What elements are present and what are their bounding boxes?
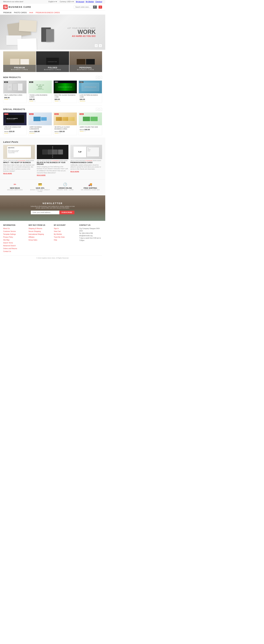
footer-link-advanced-search[interactable]: Advanced Search bbox=[3, 245, 16, 246]
my-account-link[interactable]: My Account bbox=[76, 1, 84, 2]
post-impact-excerpt: What does it take to have your own busin… bbox=[3, 164, 35, 172]
product-3m-price: $65.00$50.00 bbox=[55, 130, 76, 132]
product-lace-img: NEW CATRIONA GELACOUR bbox=[79, 80, 102, 93]
hero-next-arrow[interactable]: › bbox=[99, 44, 102, 47]
nav-photo-cards[interactable]: PHOTO CARDS bbox=[14, 12, 27, 14]
product-consultant[interactable]: SALE MICHAL/E ROBERTS Creative Consultan… bbox=[3, 112, 27, 135]
product-consultant-info: CREATIVE CONSULTANT ELEGANT $40.00$35.00… bbox=[3, 125, 26, 135]
footer-link-search-terms[interactable]: Search Terms bbox=[3, 242, 13, 244]
category-folded-label: FOLDED BUSINESS CARDS bbox=[36, 65, 69, 72]
footer-copyright: © 2016 Graphics Demo Store. All Rights R… bbox=[3, 256, 102, 260]
search-box: 🔍 bbox=[74, 6, 97, 9]
new-products-next[interactable]: › bbox=[99, 76, 102, 79]
footer-my-account-title: MY ACCOUNT bbox=[54, 224, 77, 226]
order-icon: 🕐 bbox=[53, 182, 77, 186]
product-avery-img: SALE bbox=[28, 112, 52, 125]
post-dreams[interactable]: S M O N Ä N S S I O JAN 10, 2016 8:38:09… bbox=[37, 145, 69, 176]
footer-contact-tel: Tel: 800-2345-6789 bbox=[79, 232, 102, 234]
footer-link-shipping-returns[interactable]: Shipping & Returns bbox=[28, 228, 42, 230]
footer-link-track-order[interactable]: Track My Order bbox=[54, 236, 65, 238]
search-button[interactable]: 🔍 bbox=[93, 6, 97, 8]
newsletter-title: NEWSLETTER bbox=[42, 202, 62, 204]
newsletter-email-input[interactable] bbox=[31, 211, 59, 214]
post-dreams-img: S M O N Ä N S S I O bbox=[37, 145, 69, 159]
nav-sale-item[interactable]: PREMIUM BUSINESS CARDS bbox=[35, 12, 60, 14]
post-impact-read-more[interactable]: READ MORE bbox=[3, 173, 35, 174]
nav-premium[interactable]: PREMIUM bbox=[3, 12, 11, 14]
footer-contact-address: 11g Company Glasgow 3434 2434 bbox=[79, 227, 102, 232]
product-oils-img: NEW I fell · calm · joinwellnesspurpose … bbox=[28, 80, 52, 93]
top-bar: Welcome to our online store! English ▾ C… bbox=[0, 0, 105, 4]
product-self-lam-price: $46.00 bbox=[4, 97, 25, 98]
product-self-lam[interactable]: NEW card SELF LAMINATING CARDS $46.00 ★★… bbox=[3, 80, 27, 103]
cart-button[interactable]: 0 bbox=[99, 6, 102, 8]
footer-link-customer-service[interactable]: Customer Service bbox=[3, 230, 16, 232]
footer-link-affiliates[interactable]: Affiliates bbox=[28, 236, 35, 238]
new-products-prev[interactable]: ‹ bbox=[96, 76, 99, 79]
product-avery-stars: ★★★★★ bbox=[29, 132, 51, 134]
special-products-next[interactable]: › bbox=[99, 108, 102, 111]
product-electric[interactable]: NEW GORDON ELEVATION ELECTRIC GLOSSY BUS… bbox=[53, 80, 77, 103]
footer-link-intl-shipping[interactable]: International Shipping bbox=[28, 233, 44, 235]
footer-link-sitemap[interactable]: Site Map bbox=[3, 239, 9, 241]
product-oils[interactable]: NEW I fell · calm · joinwellnesspurpose … bbox=[28, 80, 52, 103]
footer-link-contact[interactable]: Contact Us bbox=[3, 250, 11, 252]
post-premium-read-more[interactable]: READ MORE bbox=[70, 171, 102, 172]
post-impact[interactable]: NINA ROOS CEO Bank 115 (Director of sect… bbox=[3, 145, 35, 176]
footer-link-orders-returns[interactable]: Orders and Returns bbox=[3, 248, 17, 250]
special-products-prev[interactable]: ‹ bbox=[96, 108, 99, 111]
product-3m-info: 3M HETALLIC GLOSSY BUSINESS CARDS $65.00… bbox=[54, 125, 77, 135]
product-consultant-stars: ★★★★★ bbox=[4, 132, 25, 134]
product-3m[interactable]: SALE 3M HETALLIC GLOSSY BUSINESS CARDS $… bbox=[53, 112, 77, 135]
hero-arrows: ‹ › bbox=[94, 44, 102, 47]
logo[interactable]: BUSINESS CARD bbox=[3, 5, 31, 9]
footer-link-privacy[interactable]: Privacy Policy bbox=[3, 236, 13, 238]
search-input[interactable] bbox=[74, 6, 93, 8]
post-premium-img: TJP TimJohnsonPartner bbox=[70, 145, 102, 159]
footer-link-help[interactable]: Help bbox=[54, 239, 57, 241]
product-self-lam-info: SELF LAMINATING CARDS $46.00 ★★★★★ bbox=[3, 93, 26, 101]
product-badge-sale-2: SALE bbox=[29, 113, 33, 115]
feature-new-ideas-sub: DESIGN SERVICES bbox=[3, 189, 27, 190]
new-products-nav: ‹ › bbox=[96, 76, 102, 79]
product-badge-sale-4: SALE bbox=[79, 113, 84, 115]
blog-section: Latest Posts NINA ROOS CEO Bank 115 (Dir… bbox=[0, 138, 105, 179]
post-dreams-read-more[interactable]: READ MORE bbox=[37, 174, 69, 176]
product-lace-stars: ★★★★★ bbox=[80, 100, 101, 102]
footer-link-view-cart[interactable]: View Cart bbox=[54, 230, 61, 232]
new-ideas-icon: ✏ bbox=[3, 182, 27, 186]
hero-prev-arrow[interactable]: ‹ bbox=[94, 44, 98, 47]
footer-link-template-settings[interactable]: Template Settings bbox=[3, 233, 16, 235]
footer-why-buy-links: Shipping & Returns Secure Shopping Inter… bbox=[28, 227, 52, 241]
footer-link-wishlist[interactable]: My Wishlist bbox=[54, 233, 62, 235]
newsletter-subscribe-button[interactable]: SUBSCRIBE bbox=[59, 211, 75, 214]
product-self-lam-stars: ★★★★★ bbox=[4, 98, 25, 100]
footer-information-title: INFORMATION bbox=[3, 224, 26, 226]
hero-content: LET YOUR BUSINESS CARD WORK AS HARD AS Y… bbox=[67, 27, 96, 37]
checkout-link[interactable]: Checkout bbox=[95, 1, 102, 2]
category-personal-label: PERSONAL BUSINESS CARDS bbox=[69, 65, 102, 72]
footer-link-sign-in[interactable]: Sign In bbox=[54, 228, 59, 230]
language-select[interactable]: English ▾ bbox=[48, 1, 57, 3]
product-badge-new-4: NEW bbox=[79, 82, 83, 83]
product-avery[interactable]: SALE AVERY BUSINESS CARDSWHITE $95.00$80… bbox=[28, 112, 52, 135]
post-dreams-meta: JAN 10, 2016 8:38:09 AM 0 Comments ADMIN… bbox=[37, 160, 69, 161]
category-folded[interactable]: DARKMATTER. FOLDED BUSINESS CARDS bbox=[36, 51, 69, 72]
feature-save-title: SAVE 20% bbox=[28, 187, 52, 189]
special-products-grid: SALE MICHAL/E ROBERTS Creative Consultan… bbox=[3, 112, 102, 135]
category-personal[interactable]: PERSONAL BUSINESS CARDS bbox=[69, 51, 102, 72]
post-impact-title: IMPACT - THE HEART OF BUSINESS bbox=[3, 162, 35, 164]
svg-rect-3 bbox=[5, 7, 7, 8]
product-avery-price: $95.00$80.00 bbox=[29, 130, 51, 132]
product-lace[interactable]: NEW CATRIONA GELACOUR LACE PATTERN BUSIN… bbox=[79, 80, 102, 103]
product-electric-img: NEW GORDON ELEVATION bbox=[54, 80, 77, 93]
footer-link-group-sales[interactable]: Group Sales bbox=[28, 239, 37, 241]
footer-link-secure-shopping[interactable]: Secure Shopping bbox=[28, 230, 41, 232]
category-premium[interactable]: PREMIUM BUSINESS CARDS bbox=[3, 51, 36, 72]
currency-select[interactable]: Currency: USD ▾ bbox=[59, 1, 74, 3]
product-avery-fold[interactable]: SALE AVERY FOLDED TWO SIDE $50.00$40.00 … bbox=[79, 112, 102, 135]
post-premium[interactable]: TJP TimJohnsonPartner JAN 10, 2016 8:48:… bbox=[70, 145, 102, 176]
footer-contact-email: info@demosite.org bbox=[79, 234, 102, 237]
footer-link-about[interactable]: About Us bbox=[3, 228, 10, 230]
my-wishlist-link[interactable]: My Wishlist bbox=[86, 1, 94, 2]
